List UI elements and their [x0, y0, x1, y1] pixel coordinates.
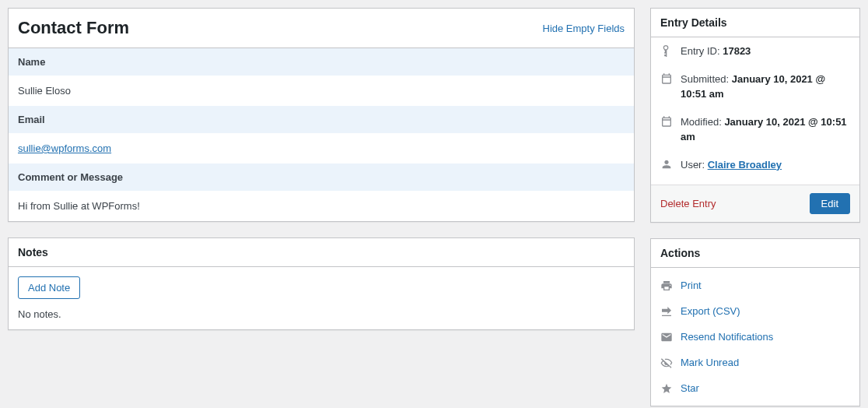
submitted-label: Submitted:: [681, 73, 732, 85]
action-mark-unread: Mark Unread: [651, 350, 859, 375]
user-label: User:: [681, 159, 708, 171]
add-note-button[interactable]: Add Note: [18, 276, 80, 299]
entry-details-footer: Delete Entry Edit: [651, 185, 859, 222]
calendar-icon: [660, 115, 673, 128]
user-link[interactable]: Claire Broadley: [708, 159, 782, 171]
action-resend: Resend Notifications: [651, 324, 859, 350]
notes-panel: Notes Add Note No notes.: [8, 237, 635, 330]
star-icon: [660, 382, 673, 395]
mail-icon: [660, 331, 673, 343]
action-star: Star: [651, 375, 859, 401]
entry-details-header: Entry Details: [651, 9, 859, 37]
edit-button[interactable]: Edit: [810, 193, 850, 214]
hide-empty-fields-link[interactable]: Hide Empty Fields: [543, 23, 625, 34]
key-icon: [660, 44, 673, 57]
calendar-icon: [660, 72, 673, 85]
entry-details-title: Entry Details: [660, 16, 727, 29]
user-icon: [660, 158, 673, 171]
email-link[interactable]: sullie@wpforms.com: [18, 142, 111, 154]
star-link[interactable]: Star: [681, 382, 699, 394]
action-export: Export (CSV): [651, 298, 859, 324]
submitted-row: Submitted: January 10, 2021 @ 10:51 am: [651, 65, 859, 108]
mark-unread-link[interactable]: Mark Unread: [681, 357, 739, 368]
notes-header: Notes: [9, 238, 634, 267]
contact-form-title: Contact Form: [18, 18, 129, 38]
user-row: User: Claire Broadley: [651, 151, 859, 179]
export-icon: [660, 305, 673, 318]
contact-form-header: Contact Form Hide Empty Fields: [9, 9, 634, 48]
entry-id-value: 17823: [723, 45, 751, 57]
action-print: Print: [651, 273, 859, 298]
print-icon: [660, 280, 673, 292]
entry-details-panel: Entry Details Entry ID: 17823 Submitted:…: [650, 8, 860, 223]
no-notes-text: No notes.: [18, 308, 625, 320]
field-message-value: Hi from Sullie at WPForms!: [9, 191, 634, 221]
contact-form-panel: Contact Form Hide Empty Fields Name Sull…: [8, 8, 635, 222]
print-link[interactable]: Print: [681, 280, 702, 291]
field-name-label: Name: [9, 48, 634, 76]
entry-id-label: Entry ID:: [681, 45, 723, 57]
actions-title: Actions: [660, 247, 700, 259]
resend-link[interactable]: Resend Notifications: [681, 331, 773, 343]
modified-row: Modified: January 10, 2021 @ 10:51 am: [651, 108, 859, 151]
export-link[interactable]: Export (CSV): [681, 305, 740, 317]
actions-panel: Actions Print Export (CSV): [650, 238, 860, 406]
field-email-value: sullie@wpforms.com: [9, 133, 634, 164]
field-message-label: Comment or Message: [9, 164, 634, 191]
field-name-value: Sullie Eloso: [9, 76, 634, 106]
entry-id-row: Entry ID: 17823: [651, 37, 859, 65]
eye-slash-icon: [660, 357, 673, 369]
modified-label: Modified:: [681, 116, 724, 128]
actions-header: Actions: [651, 239, 859, 268]
notes-title: Notes: [18, 246, 48, 259]
delete-entry-link[interactable]: Delete Entry: [660, 198, 716, 209]
field-email-label: Email: [9, 106, 634, 133]
